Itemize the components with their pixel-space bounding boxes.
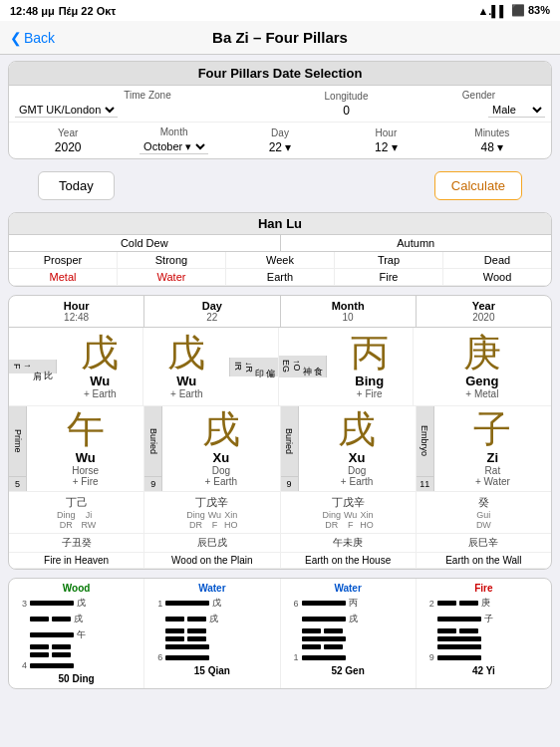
signal-icon: ▲.▌▌ xyxy=(477,5,507,17)
calculate-button[interactable]: Calculate xyxy=(434,171,522,200)
day-branch-badge: Buried 9 xyxy=(144,406,162,491)
hanlu-water: Water xyxy=(118,269,226,285)
action-buttons: Today Calculate xyxy=(8,165,552,206)
hour-stem-content: 戊 Wu + Earth xyxy=(57,328,142,405)
timezone-row: Time Zone GMT UK/London Longitude 0 Gend… xyxy=(9,86,551,123)
header-day: Day 22 xyxy=(144,296,280,327)
hour-heavenly-stem: 戊 xyxy=(81,334,119,372)
minutes-label: Minutes xyxy=(439,127,545,138)
hour-animal: Horse xyxy=(72,465,99,476)
day-branch-element: + Earth xyxy=(205,476,238,487)
day-label: Day xyxy=(227,127,333,138)
pillars-panel: Hour 12:48 Day 22 Month 10 Year 2020 比肩↑… xyxy=(8,295,552,570)
day-branch-content: 戌 Xu Dog + Earth xyxy=(162,406,279,491)
longitude-value: 0 xyxy=(280,104,413,118)
hanlu-title: Han Lu xyxy=(9,213,551,235)
hexa-fire-name: 42 Yi xyxy=(420,665,547,676)
header-hour: Hour 12:48 xyxy=(9,296,144,327)
day-special: Wood on the Plain xyxy=(144,553,280,568)
day-stem-name: Wu xyxy=(176,374,196,388)
bottom-branches-row: Prime 5 午 Wu Horse + Fire Buried 9 戌 xyxy=(9,406,551,492)
day-branch-cell: Buried 9 戌 Xu Dog + Earth xyxy=(144,406,280,491)
header-month-label: Month xyxy=(283,300,414,312)
header-hour-label: Hour xyxy=(11,300,141,312)
year-branch-name: Zi xyxy=(487,450,499,465)
month-branch-name: Xu xyxy=(349,450,366,465)
hexa-water1-name: 15 Qian xyxy=(148,665,275,676)
year-chinese-chars: 辰巳辛 xyxy=(417,534,551,552)
month-branch-element: + Earth xyxy=(341,476,374,487)
nav-bar: ❮ Back Ba Zi – Four Pillars xyxy=(0,21,560,55)
day-hidden-stems: 丁戊辛 DingDR WuF XinHO xyxy=(144,492,280,533)
gender-group: Gender Male Female xyxy=(413,90,545,118)
hexa-fire-title: Fire xyxy=(420,583,547,594)
back-button[interactable]: ❮ Back xyxy=(10,30,55,46)
battery-icon: ⬛ 83% xyxy=(511,4,550,17)
month-stem-cell: 食神↑OEG 丙 Bing + Fire xyxy=(279,328,414,405)
day-stem-badge: 偏印↓RIR xyxy=(229,358,277,376)
hanlu-wood: Wood xyxy=(443,269,551,285)
special-text-row: Fire in Heaven Wood on the Plain Earth o… xyxy=(9,553,551,569)
status-bar: 12:48 μμ Πέμ 22 Οκτ ▲.▌▌ ⬛ 83% xyxy=(0,0,560,21)
today-button[interactable]: Today xyxy=(38,171,115,200)
header-month: Month 10 xyxy=(281,296,417,327)
hexa-water2-title: Water xyxy=(285,583,412,594)
day-animal: Dog xyxy=(212,465,230,476)
hour-stem-name: Wu xyxy=(90,374,110,388)
year-group: Year 2020 xyxy=(15,127,121,154)
month-heavenly-stem: 丙 xyxy=(351,334,389,372)
hidden-stems-row: 丁己 DingDR JiRW 丁戊辛 DingDR WuF XinHO 丁戊辛 … xyxy=(9,492,551,534)
month-chinese-chars: 午未庚 xyxy=(281,534,417,552)
day-stem-element: + Earth xyxy=(170,388,203,399)
timezone-select[interactable]: GMT UK/London xyxy=(15,103,118,118)
month-branch-content: 戌 Xu Dog + Earth xyxy=(299,406,416,491)
hanlu-panel: Han Lu Cold Dew Autumn Prosper Strong We… xyxy=(8,212,552,287)
year-branch-cell: Embryo 11 子 Zi Rat + Water xyxy=(417,406,551,491)
hanlu-dead: Dead xyxy=(443,252,551,268)
year-branch-element: + Water xyxy=(475,476,510,487)
hanlu-cold-dew: Cold Dew xyxy=(9,235,281,251)
year-label: Year xyxy=(15,127,121,138)
hour-chinese-chars: 子丑癸 xyxy=(9,534,144,552)
minutes-value: 48 ▾ xyxy=(439,140,545,154)
hour-label: Hour xyxy=(333,127,438,138)
longitude-group: Longitude 0 xyxy=(280,91,413,118)
hour-branch-badge: Prime 5 xyxy=(9,406,27,491)
year-stem-element: + Metal xyxy=(465,388,498,399)
month-select[interactable]: October ▾ xyxy=(140,139,208,154)
year-special: Earth on the Wall xyxy=(417,553,551,568)
day-stem-content: 戊 Wu + Earth xyxy=(143,328,229,405)
month-label: Month xyxy=(121,126,226,137)
hour-hidden-stems: 丁己 DingDR JiRW xyxy=(9,492,144,533)
hanlu-row2: Metal Water Earth Fire Wood xyxy=(9,269,551,286)
month-special: Earth on the House xyxy=(281,553,417,568)
date-row: Year 2020 Month October ▾ Day 22 ▾ Hour … xyxy=(9,123,551,158)
chinese-chars-row: 子丑癸 辰巳戌 午未庚 辰巳辛 xyxy=(9,534,551,553)
nav-title: Ba Zi – Four Pillars xyxy=(212,29,348,46)
status-time: 12:48 μμ xyxy=(10,5,55,17)
status-day: Πέμ 22 Οκτ xyxy=(59,5,117,17)
hexa-water2-name: 52 Gen xyxy=(285,665,412,676)
hanlu-sub-row: Cold Dew Autumn xyxy=(9,235,551,252)
month-branch-badge: Buried 9 xyxy=(281,406,299,491)
month-stem-badge: 食神↑OEG xyxy=(279,356,327,376)
gender-select[interactable]: Male Female xyxy=(488,103,545,118)
header-day-sub: 22 xyxy=(146,312,277,323)
month-hidden-stems: 丁戊辛 DingDR WuF XinHO xyxy=(281,492,417,533)
day-group: Day 22 ▾ xyxy=(227,127,333,154)
year-earthly-branch: 子 xyxy=(473,410,511,448)
hanlu-autumn: Autumn xyxy=(281,235,552,251)
year-stem-name: Geng xyxy=(465,374,498,388)
month-branch-cell: Buried 9 戌 Xu Dog + Earth xyxy=(281,406,417,491)
timezone-label: Time Zone xyxy=(15,90,280,101)
hanlu-row1: Prosper Strong Week Trap Dead xyxy=(9,252,551,269)
hexagram-fire: Fire 2 庚 子 xyxy=(417,579,551,688)
hanlu-trap: Trap xyxy=(335,252,443,268)
hour-stem-cell: 比肩↑F 戊 Wu + Earth xyxy=(9,328,143,405)
minutes-group: Minutes 48 ▾ xyxy=(439,127,545,154)
hanlu-earth: Earth xyxy=(226,269,335,285)
year-hidden-stems: 癸 GuiDW xyxy=(417,492,551,533)
header-year-label: Year xyxy=(419,300,549,312)
month-earthly-branch: 戌 xyxy=(338,410,376,448)
hexagram-water2: Water 6 丙 戌 xyxy=(281,579,417,688)
